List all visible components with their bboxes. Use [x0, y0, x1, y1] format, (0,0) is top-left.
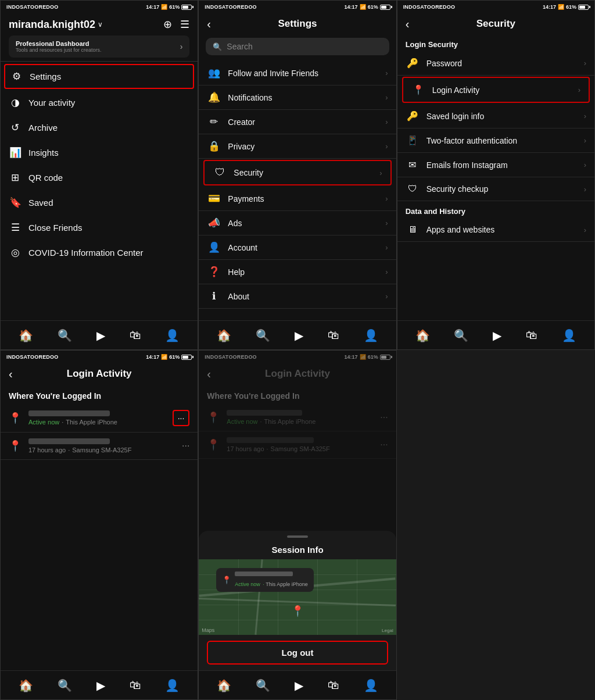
- nav-reels-icon[interactable]: ▶: [96, 328, 105, 342]
- chevron-down-icon[interactable]: ∨: [98, 20, 103, 28]
- carrier-4: INDOSATOOREDOO: [6, 354, 58, 360]
- security-item-apps-websites[interactable]: 🖥 Apps and websites ›: [397, 218, 594, 242]
- nav-search-icon-5[interactable]: 🔍: [256, 678, 270, 692]
- nav-reels-icon-5[interactable]: ▶: [295, 678, 303, 692]
- nav-profile-icon-4[interactable]: 👤: [165, 678, 180, 692]
- privacy-icon: 🔒: [207, 140, 221, 152]
- sidebar-item-saved[interactable]: 🔖 Saved: [1, 190, 198, 215]
- sidebar-item-your-activity[interactable]: ◑ Your activity: [1, 90, 198, 115]
- nav-home-icon-3[interactable]: 🏠: [415, 328, 430, 342]
- back-button-3[interactable]: ‹: [406, 17, 410, 31]
- sidebar-item-insights[interactable]: 📊 Insights: [1, 140, 198, 165]
- privacy-label: Privacy: [228, 142, 378, 151]
- settings-about[interactable]: ℹ About ›: [199, 284, 396, 309]
- nav-profile-icon-3[interactable]: 👤: [562, 328, 576, 342]
- nav-reels-icon-3[interactable]: ▶: [493, 328, 501, 342]
- settings-security[interactable]: 🛡 Security ›: [203, 160, 391, 185]
- carrier-3: INDOSATOOREDOO: [403, 4, 455, 10]
- settings-payments[interactable]: 💳 Payments ›: [199, 187, 396, 211]
- sidebar-item-archive[interactable]: ↺ Archive: [1, 115, 198, 140]
- settings-account[interactable]: 👤 Account ›: [199, 235, 396, 260]
- activity-icon: ◑: [9, 97, 21, 109]
- nav-shop-icon-3[interactable]: 🛍: [526, 328, 537, 342]
- nav-profile-icon-5[interactable]: 👤: [364, 678, 378, 692]
- settings-creator[interactable]: ✏ Creator ›: [199, 110, 396, 134]
- nav-reels-icon-2[interactable]: ▶: [295, 328, 303, 342]
- drag-handle[interactable]: [287, 535, 308, 538]
- nav-shop-icon[interactable]: 🛍: [130, 328, 141, 342]
- checkup-label: Security checkup: [426, 184, 577, 194]
- close-friends-label: Close Friends: [28, 223, 83, 233]
- two-factor-label: Two-factor authentication: [426, 136, 577, 145]
- settings-follow-invite[interactable]: 👥 Follow and Invite Friends ›: [199, 61, 396, 85]
- nav-reels-icon-4[interactable]: ▶: [96, 678, 105, 692]
- security-item-checkup[interactable]: 🛡 Security checkup ›: [397, 177, 594, 201]
- status-bar-2: INDOSATOOREDOO 14:17 📶 61%: [199, 1, 396, 13]
- nav-shop-icon-5[interactable]: 🛍: [328, 678, 339, 692]
- pro-dashboard[interactable]: Professional Dashboard Tools and resourc…: [9, 35, 189, 58]
- location-pin-icon-5-2: 📍: [207, 438, 220, 451]
- login-item-secondary[interactable]: 📍 17 hours ago · Samsung SM-A325F ···: [1, 433, 198, 460]
- about-label: About: [228, 292, 378, 301]
- settings-help[interactable]: ❓ Help ›: [199, 260, 396, 284]
- nav-shop-icon-2[interactable]: 🛍: [328, 328, 339, 342]
- pro-dashboard-subtitle: Tools and resources just for creators.: [16, 47, 102, 53]
- location-pin-icon-2: 📍: [9, 440, 21, 452]
- emails-label: Emails from Instagram: [426, 160, 577, 170]
- nav-home-icon[interactable]: 🏠: [19, 328, 33, 342]
- security-item-login-activity[interactable]: 📍 Login Activity ›: [402, 77, 590, 103]
- secondary-separator: ·: [68, 447, 70, 453]
- account-label: Account: [228, 243, 378, 252]
- nav-profile-icon-2[interactable]: 👤: [364, 328, 378, 342]
- nav-home-icon-5[interactable]: 🏠: [217, 678, 231, 692]
- ads-label: Ads: [228, 219, 378, 228]
- search-bar[interactable]: 🔍 Search: [206, 38, 389, 55]
- security-label: Security: [234, 168, 372, 177]
- login-item-active[interactable]: 📍 Active now · This Apple iPhone ···: [1, 404, 198, 433]
- active-status-5: Active now: [227, 418, 257, 425]
- logout-button[interactable]: Log out: [207, 641, 388, 665]
- sidebar-item-covid[interactable]: ◎ COVID-19 Information Center: [1, 240, 198, 265]
- settings-privacy[interactable]: 🔒 Privacy ›: [199, 134, 396, 159]
- login-location-blurred-1: [28, 410, 110, 416]
- checkup-icon: 🛡: [406, 184, 420, 194]
- nav-search-icon-3[interactable]: 🔍: [454, 328, 468, 342]
- three-dots-button-active[interactable]: ···: [173, 410, 190, 426]
- back-button[interactable]: ‹: [207, 17, 211, 31]
- security-item-saved-login[interactable]: 🔑 Saved login info ›: [397, 104, 594, 128]
- add-post-icon[interactable]: ⊕: [163, 18, 172, 31]
- back-button-5[interactable]: ‹: [207, 367, 211, 381]
- nav-profile-icon[interactable]: 👤: [165, 328, 180, 342]
- back-button-4[interactable]: ‹: [9, 367, 13, 381]
- password-label: Password: [426, 59, 577, 68]
- hamburger-icon[interactable]: ☰: [180, 18, 189, 31]
- nav-home-icon-2[interactable]: 🏠: [217, 328, 231, 342]
- sidebar-item-close-friends[interactable]: ☰ Close Friends: [1, 215, 198, 240]
- three-dots-plain-5-1: ···: [380, 412, 388, 423]
- status-bar-1: INDOSATOOREDOO 14:17 📶 61%: [1, 1, 198, 13]
- help-label: Help: [228, 267, 378, 277]
- nav-shop-icon-4[interactable]: 🛍: [130, 678, 141, 692]
- settings-ads[interactable]: 📣 Ads ›: [199, 211, 396, 235]
- three-dots-plain-2[interactable]: ···: [182, 441, 189, 451]
- bottom-nav-2: 🏠 🔍 ▶ 🛍 👤: [199, 320, 396, 349]
- carrier-5: INDOSATOOREDOO: [205, 354, 256, 360]
- sidebar-item-settings[interactable]: ⚙ Settings: [4, 64, 194, 89]
- security-item-2fa[interactable]: 📱 Two-factor authentication ›: [397, 128, 594, 153]
- sidebar-item-qr-code[interactable]: ⊞ QR code: [1, 165, 198, 190]
- nav-home-icon-4[interactable]: 🏠: [19, 678, 33, 692]
- security-item-emails[interactable]: ✉ Emails from Instagram ›: [397, 153, 594, 177]
- map-popup-pin-icon: 📍: [222, 576, 231, 584]
- settings-notifications[interactable]: 🔔 Notifications ›: [199, 85, 396, 110]
- checkup-chevron: ›: [584, 185, 586, 194]
- search-input[interactable]: Search: [227, 42, 252, 51]
- nav-search-icon-2[interactable]: 🔍: [256, 328, 270, 342]
- nav-search-icon[interactable]: 🔍: [58, 328, 72, 342]
- screen-profile-menu: INDOSATOOREDOO 14:17 📶 61% miranda.knigh…: [0, 0, 198, 350]
- session-info-title: Session Info: [199, 542, 396, 559]
- ads-chevron: ›: [385, 219, 388, 227]
- notifications-chevron: ›: [385, 93, 388, 102]
- security-item-password[interactable]: 🔑 Password ›: [397, 51, 594, 76]
- payments-label: Payments: [228, 194, 378, 203]
- nav-search-icon-4[interactable]: 🔍: [58, 678, 72, 692]
